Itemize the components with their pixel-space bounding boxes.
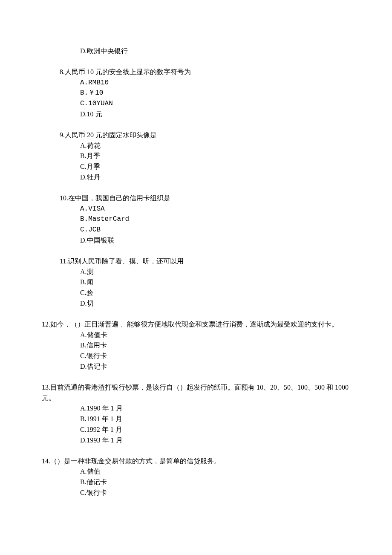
option-d: D.1993 年 1 月 — [80, 435, 350, 446]
option-a: A.储值卡 — [80, 330, 350, 341]
option-b: B.信用卡 — [80, 340, 350, 351]
question-stem: 8.人民币 10 元的安全线上显示的数字符号为 — [42, 67, 350, 78]
option-c: C.10YUAN — [80, 98, 350, 109]
option-a: A.VISA — [80, 204, 350, 214]
question-stem: 13.目前流通的香港渣打银行钞票，是该行自（）起发行的纸币。面额有 10、20、… — [42, 382, 350, 404]
option-c: C.验 — [80, 288, 350, 298]
question-options: A.储值卡 B.信用卡 C.银行卡 D.借记卡 — [42, 330, 350, 372]
question-options: A.VISA B.MasterCard C.JCB D.中国银联 — [42, 204, 350, 246]
question-stem: 10.在中国，我国自己的信用卡组织是 — [42, 193, 350, 204]
question-stem: 11.识别人民币除了看、摸、听，还可以用 — [42, 256, 350, 267]
question-10: 10.在中国，我国自己的信用卡组织是 A.VISA B.MasterCard C… — [42, 193, 350, 246]
question-options: A.储值 B.借记卡 C.银行卡 — [42, 466, 350, 498]
option-a: A.1990 年 1 月 — [80, 403, 350, 414]
option-c: C.银行卡 — [80, 351, 350, 361]
option-text: D.欧洲中央银行 — [80, 47, 128, 55]
question-options: A.RMB10 B.￥10 C.10YUAN D.10 元 — [42, 78, 350, 120]
option-a: A.储值 — [80, 466, 350, 477]
question-11: 11.识别人民币除了看、摸、听，还可以用 A.测 B.闻 C.验 D.切 — [42, 256, 350, 309]
question-9: 9.人民币 20 元的固定水印头像是 A.荷花 B.月季 C.月季 D.牡丹 — [42, 130, 350, 183]
option-d: D.切 — [80, 298, 350, 309]
option-d: D.借记卡 — [80, 361, 350, 372]
orphan-option-d: D.欧洲中央银行 — [42, 46, 350, 57]
option-b: B.借记卡 — [80, 477, 350, 488]
question-13: 13.目前流通的香港渣打银行钞票，是该行自（）起发行的纸币。面额有 10、20、… — [42, 382, 350, 446]
exam-page: D.欧洲中央银行 8.人民币 10 元的安全线上显示的数字符号为 A.RMB10… — [0, 0, 392, 555]
option-c: C.JCB — [80, 225, 350, 235]
option-d: D.中国银联 — [80, 235, 350, 246]
option-b: B.1991 年 1 月 — [80, 414, 350, 425]
option-b: B.闻 — [80, 277, 350, 288]
question-options: A.荷花 B.月季 C.月季 D.牡丹 — [42, 141, 350, 183]
option-d: D.10 元 — [80, 109, 350, 120]
option-d: D.牡丹 — [80, 172, 350, 183]
question-options: A.测 B.闻 C.验 D.切 — [42, 267, 350, 309]
option-c: C.月季 — [80, 162, 350, 172]
question-12: 12.如今，（）正日渐普遍， 能够很方便地取代现金和支票进行消费，逐渐成为最受欢… — [42, 319, 350, 372]
question-8: 8.人民币 10 元的安全线上显示的数字符号为 A.RMB10 B.￥10 C.… — [42, 67, 350, 120]
option-a: A.RMB10 — [80, 78, 350, 88]
question-14: 14.（）是一种非现金交易付款的方式，是简单的信贷服务。 A.储值 B.借记卡 … — [42, 456, 350, 498]
option-b: B.￥10 — [80, 88, 350, 98]
option-c: C.1992 年 1 月 — [80, 425, 350, 435]
question-stem: 14.（）是一种非现金交易付款的方式，是简单的信贷服务。 — [42, 456, 350, 467]
option-b: B.MasterCard — [80, 214, 350, 225]
option-b: B.月季 — [80, 151, 350, 162]
option-c: C.银行卡 — [80, 488, 350, 498]
question-options: A.1990 年 1 月 B.1991 年 1 月 C.1992 年 1 月 D… — [42, 403, 350, 445]
question-stem: 9.人民币 20 元的固定水印头像是 — [42, 130, 350, 141]
question-stem: 12.如今，（）正日渐普遍， 能够很方便地取代现金和支票进行消费，逐渐成为最受欢… — [42, 319, 350, 330]
option-a: A.荷花 — [80, 141, 350, 151]
option-a: A.测 — [80, 267, 350, 278]
